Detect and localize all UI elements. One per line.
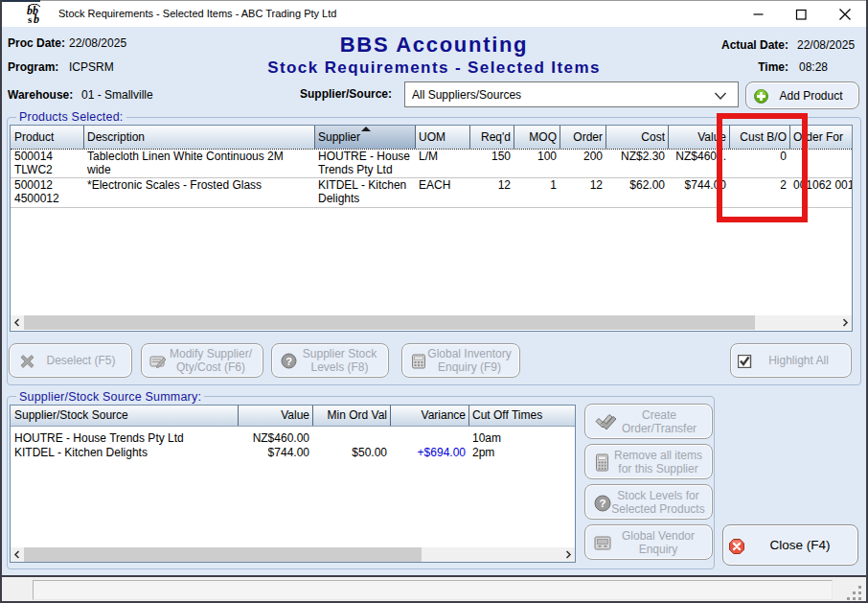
svg-text:?: ? [286,356,292,367]
svg-text:b: b [34,12,39,24]
svg-text:?: ? [599,498,605,509]
svg-text:s: s [28,13,33,24]
